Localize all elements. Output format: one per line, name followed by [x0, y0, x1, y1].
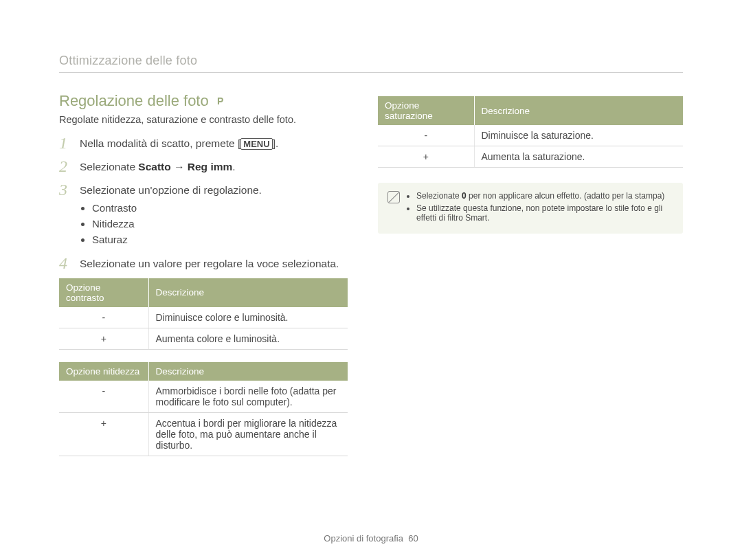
step-text: Selezionate un'opzione di regolazione.: [80, 184, 262, 196]
step-bold: Scatto → Reg imm: [138, 161, 232, 172]
sharpness-table: Opzione nitidezza Descrizione - Ammorbid…: [59, 362, 348, 456]
table-header: Opzione nitidezza: [59, 362, 148, 381]
step-1: 1 Nella modalità di scatto, premete [MEN…: [59, 135, 348, 151]
note-icon: [387, 191, 400, 203]
table-row: + Accentua i bordi per migliorare la nit…: [59, 412, 348, 456]
table-cell-desc: Aumenta colore e luminosità.: [148, 328, 348, 349]
step-2: 2 Selezionate Scatto → Reg imm.: [59, 158, 348, 175]
step-text: Nella modalità di scatto, premete [: [80, 137, 240, 149]
table-cell-desc: Diminuisce la saturazione.: [474, 125, 683, 146]
table-cell-symbol: -: [59, 307, 148, 328]
table-cell-symbol: +: [59, 328, 148, 349]
step-text: Selezionate: [80, 161, 138, 172]
step-3-bullets: Contrasto Nitidezza Saturaz: [80, 201, 348, 247]
bullet-saturation: Saturaz: [92, 232, 348, 247]
step-3: 3 Selezionate un'opzione di regolazione.…: [59, 181, 348, 248]
note-box: Selezionate 0 per non applicare alcun ef…: [378, 183, 683, 234]
table-row: - Ammorbidisce i bordi nelle foto (adatt…: [59, 381, 348, 413]
breadcrumb: Ottimizzazione delle foto: [59, 54, 683, 68]
table-cell-symbol: +: [378, 146, 474, 168]
step-4: 4 Selezionate un valore per regolare la …: [59, 255, 348, 271]
table-header: Descrizione: [148, 362, 348, 381]
table-cell-desc: Ammorbidisce i bordi nelle foto (adatta …: [148, 381, 348, 413]
step-number: 2: [59, 158, 71, 175]
table-cell-symbol: -: [59, 381, 148, 413]
step-text-suffix: ].: [273, 137, 279, 149]
note-item: Selezionate 0 per non applicare alcun ef…: [416, 191, 673, 201]
menu-button-label: MENU: [240, 138, 272, 150]
left-column: Regolazione delle foto P Regolate nitide…: [59, 92, 348, 456]
bullet-contrast: Contrasto: [92, 201, 348, 215]
table-row: - Diminuisce la saturazione.: [378, 125, 683, 146]
step-text-suffix: .: [232, 161, 235, 172]
step-number: 4: [59, 255, 71, 271]
table-header: Descrizione: [474, 96, 683, 125]
footer-page-number: 60: [408, 533, 418, 544]
bullet-sharpness: Nitidezza: [92, 216, 348, 231]
step-number: 3: [59, 181, 71, 198]
table-header: Descrizione: [148, 278, 348, 307]
table-row: + Aumenta la saturazione.: [378, 146, 683, 168]
right-column: Opzione saturazione Descrizione - Diminu…: [378, 92, 683, 456]
table-header: Opzione contrasto: [59, 278, 148, 307]
note-bold: 0: [462, 191, 466, 201]
page-footer: Opzioni di fotografia 60: [0, 533, 742, 544]
note-text: Selezionate: [416, 191, 462, 201]
footer-section: Opzioni di fotografia: [324, 533, 403, 544]
table-cell-symbol: +: [59, 412, 148, 456]
step-number: 1: [59, 135, 71, 151]
table-cell-desc: Aumenta la saturazione.: [474, 146, 683, 168]
mode-badge: P: [217, 96, 223, 107]
table-row: + Aumenta colore e luminosità.: [59, 328, 348, 349]
table-cell-desc: Accentua i bordi per migliorare la nitid…: [148, 412, 348, 456]
table-header: Opzione saturazione: [378, 96, 474, 125]
contrast-table: Opzione contrasto Descrizione - Diminuis…: [59, 278, 348, 350]
note-item: Se utilizzate questa funzione, non potet…: [416, 203, 673, 223]
saturation-table: Opzione saturazione Descrizione - Diminu…: [378, 96, 683, 168]
divider: [59, 72, 683, 73]
table-cell-desc: Diminuisce colore e luminosità.: [148, 307, 348, 328]
table-row: - Diminuisce colore e luminosità.: [59, 307, 348, 328]
section-intro: Regolate nitidezza, saturazione e contra…: [59, 114, 348, 125]
section-title: Regolazione delle foto: [59, 92, 209, 109]
note-text: per non applicare alcun effetto. (adatto…: [466, 191, 665, 201]
step-text: Selezionate un valore per regolare la vo…: [80, 255, 348, 271]
table-cell-symbol: -: [378, 125, 474, 146]
